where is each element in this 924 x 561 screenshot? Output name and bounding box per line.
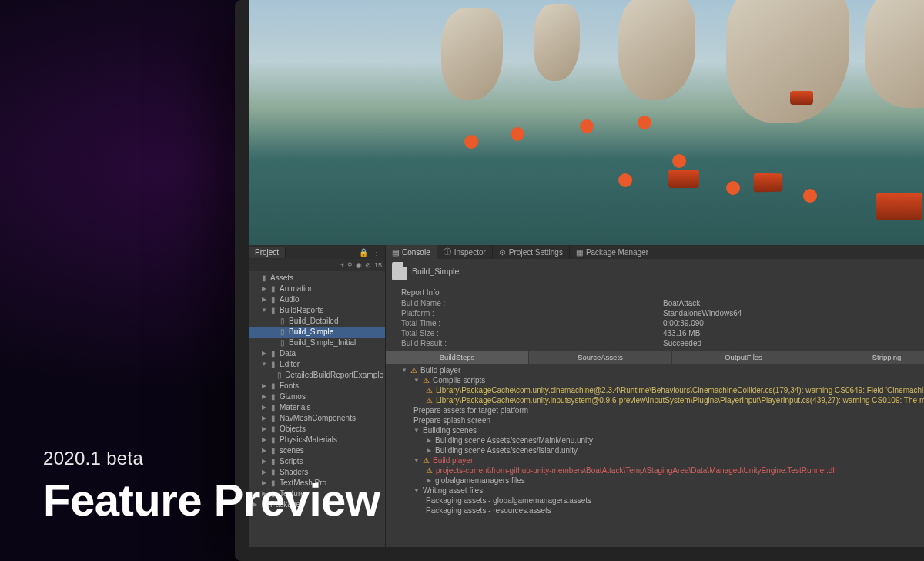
folder-item[interactable]: ▶▮Materials xyxy=(249,402,385,413)
file-item[interactable]: ▯Build_Simple_Initial xyxy=(249,338,385,348)
expand-arrow-icon[interactable]: ▼ xyxy=(413,457,420,464)
info-label: Build Name : xyxy=(401,299,663,307)
info-row: Total Time :0:00:39.090 xyxy=(386,318,924,328)
step-text: Writing asset files xyxy=(423,486,483,495)
warning-icon: ⚠ xyxy=(426,466,433,475)
build-step-row[interactable]: Prepare assets for target platform xyxy=(386,405,924,415)
expand-arrow-icon[interactable]: ▶ xyxy=(426,437,432,444)
expand-arrow-icon[interactable]: ▶ xyxy=(261,348,267,359)
expand-arrow-icon[interactable]: ▶ xyxy=(261,435,267,445)
step-text: projects-current\from-github-unity-membe… xyxy=(436,466,836,475)
tree-item-label: Assets xyxy=(270,273,293,284)
expand-arrow-icon[interactable]: ▶ xyxy=(261,424,267,435)
build-step-row[interactable]: ▼⚠Build player xyxy=(386,455,924,465)
add-icon[interactable]: + xyxy=(340,261,344,269)
expand-arrow-icon[interactable]: ▼ xyxy=(261,305,267,316)
build-step-row[interactable]: ▶globalgamemanagers files xyxy=(386,475,924,485)
expand-arrow-icon[interactable]: ▶ xyxy=(426,447,432,454)
step-text: Prepare splash screen xyxy=(413,416,490,425)
filter-icon[interactable]: ◉ xyxy=(356,261,362,269)
build-step-row[interactable]: ▼⚠Compile scripts xyxy=(386,375,924,385)
build-step-row[interactable]: ⚠Library\PackageCache\com.unity.cinemach… xyxy=(386,385,924,395)
folder-item[interactable]: ▮Assets xyxy=(249,273,385,284)
tab-icon: ▦ xyxy=(576,248,583,257)
folder-item[interactable]: ▼▮Editor xyxy=(249,359,385,370)
step-text: Prepare assets for target platform xyxy=(413,406,528,415)
tree-item-label: Animation xyxy=(280,284,313,294)
folder-item[interactable]: ▶▮Objects xyxy=(249,424,385,435)
folder-icon: ▮ xyxy=(270,425,277,433)
folder-icon: ▮ xyxy=(270,350,277,358)
report-subtab[interactable]: OutputFiles xyxy=(672,351,815,364)
build-step-row[interactable]: ▶Building scene Assets/scenes/Island.uni… xyxy=(386,445,924,455)
step-text: Packaging assets - globalgamemanagers.as… xyxy=(426,496,591,505)
info-value: 433.16 MB xyxy=(663,329,700,338)
search-icon[interactable]: ⚲ xyxy=(347,261,353,269)
expand-arrow-icon[interactable]: ▼ xyxy=(413,377,420,384)
file-item[interactable]: ▯Build_Detailed xyxy=(249,316,385,327)
tree-item-label: Build_Simple_Initial xyxy=(289,338,356,348)
build-step-row[interactable]: ⚠Library\PackageCache\com.unity.inputsys… xyxy=(386,395,924,405)
expand-arrow-icon[interactable]: ▼ xyxy=(413,487,420,494)
file-item[interactable]: ▯Build_Simple xyxy=(249,327,385,338)
file-header: Build_Simple xyxy=(386,259,924,284)
build-step-row[interactable]: ▼⚠Build player xyxy=(386,365,924,375)
expand-arrow-icon[interactable]: ▼ xyxy=(413,427,420,434)
expand-arrow-icon[interactable]: ▼ xyxy=(261,359,267,370)
report-subtab[interactable]: SourceAssets xyxy=(529,351,672,364)
inspector-tab-bar: ▤ConsoleⓘInspector⚙Project Settings▦Pack… xyxy=(386,245,924,259)
folder-item[interactable]: ▶▮Gizmos xyxy=(249,391,385,402)
hidden-count: ⊘ xyxy=(365,261,371,269)
info-row: Build Result :Succeeded xyxy=(386,338,924,348)
folder-item[interactable]: ▶▮Audio xyxy=(249,294,385,305)
warning-icon: ⚠ xyxy=(423,456,430,465)
lock-icon[interactable]: 🔒 xyxy=(359,248,368,257)
build-step-row[interactable]: Prepare splash screen xyxy=(386,415,924,425)
inspector-panel: ▤ConsoleⓘInspector⚙Project Settings▦Pack… xyxy=(386,245,924,547)
expand-arrow-icon[interactable]: ▶ xyxy=(261,402,267,413)
tab-label: Console xyxy=(402,248,430,257)
step-text: Packaging assets - resources.assets xyxy=(426,506,551,515)
info-value: Succeeded xyxy=(663,339,701,348)
build-step-row[interactable]: ▶Building scene Assets/scenes/MainMenu.u… xyxy=(386,435,924,445)
tree-item-label: DetailedBuildReportExample xyxy=(285,370,383,381)
build-step-row[interactable]: Packaging assets - globalgamemanagers.as… xyxy=(386,495,924,506)
menu-icon[interactable]: ⋮ xyxy=(373,248,380,257)
expand-arrow-icon[interactable]: ▶ xyxy=(261,284,267,294)
folder-item[interactable]: ▶▮Data xyxy=(249,348,385,359)
build-step-row[interactable]: ▼Writing asset files xyxy=(386,485,924,495)
project-tab[interactable]: Project xyxy=(249,247,286,258)
tree-item-label: Data xyxy=(280,348,296,359)
inspector-tab[interactable]: ⓘInspector xyxy=(437,245,493,259)
folder-icon: ▮ xyxy=(270,382,277,390)
inspector-tab[interactable]: ▤Console xyxy=(386,245,437,259)
tree-item-label: Gizmos xyxy=(280,391,306,402)
report-subtab[interactable]: BuildSteps xyxy=(386,351,529,364)
tree-item-label: Objects xyxy=(280,424,306,435)
build-step-row[interactable]: ▼Building scenes xyxy=(386,425,924,435)
expand-arrow-icon[interactable]: ▶ xyxy=(426,477,432,484)
expand-arrow-icon[interactable]: ▶ xyxy=(261,391,267,402)
inspector-tab[interactable]: ⚙Project Settings xyxy=(493,245,570,259)
expand-arrow-icon[interactable]: ▶ xyxy=(261,413,267,424)
expand-arrow-icon[interactable]: ▶ xyxy=(261,294,267,305)
report-subtab[interactable]: Stripping xyxy=(815,351,924,364)
inspector-tab[interactable]: ▦Package Manager xyxy=(570,245,655,259)
file-icon: ▯ xyxy=(279,339,286,347)
folder-item[interactable]: ▼▮BuildReports xyxy=(249,305,385,316)
build-steps[interactable]: ▼⚠Build player▼⚠Compile scripts⚠Library\… xyxy=(386,364,924,516)
folder-icon: ▮ xyxy=(270,415,277,422)
warning-icon: ⚠ xyxy=(423,376,430,385)
expand-arrow-icon[interactable]: ▼ xyxy=(401,367,407,374)
folder-icon: ▮ xyxy=(270,296,277,304)
folder-item[interactable]: ▶▮NavMeshComponents xyxy=(249,413,385,424)
build-step-row[interactable]: ⚠projects-current\from-github-unity-memb… xyxy=(386,465,924,475)
step-text: Compile scripts xyxy=(433,376,485,385)
folder-item[interactable]: ▶▮Fonts xyxy=(249,381,385,391)
file-item[interactable]: ▯DetailedBuildReportExample xyxy=(249,370,385,381)
folder-item[interactable]: ▶▮PhysicsMaterials xyxy=(249,435,385,445)
folder-item[interactable]: ▶▮Animation xyxy=(249,284,385,294)
build-step-row[interactable]: Packaging assets - resources.assets xyxy=(386,506,924,516)
report-subtabs: BuildStepsSourceAssetsOutputFilesStrippi… xyxy=(386,351,924,364)
expand-arrow-icon[interactable]: ▶ xyxy=(261,381,267,391)
